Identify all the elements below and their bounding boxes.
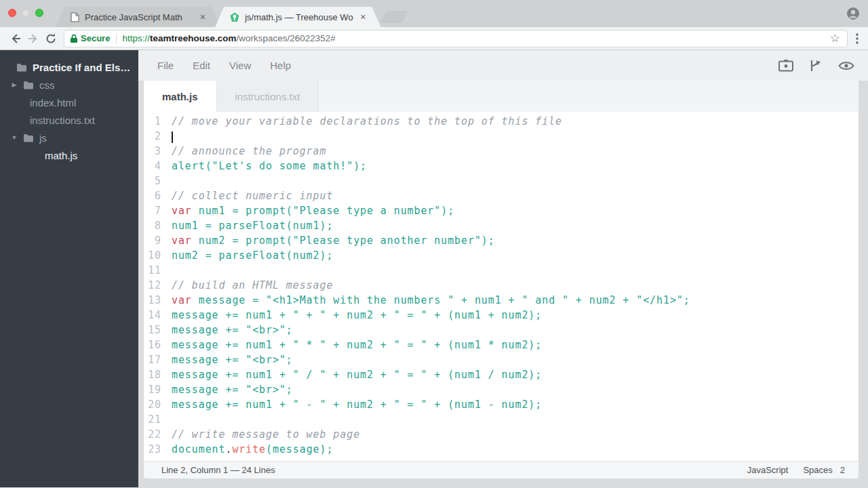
line-content: var message = "<h1>Math with the numbers… [161,294,690,309]
close-tab-icon[interactable]: × [359,12,367,22]
code-token-code: num1 = parseFloat(num1); [172,220,333,232]
code-token-code: num2 = prompt("Please type another numbe… [192,235,495,247]
code-line[interactable]: 16message += num1 + " * " + num2 + " = "… [144,339,859,354]
code-line[interactable]: 7var num1 = prompt("Please type a number… [144,205,859,220]
browser-tabs: Practice JavaScript Math×js/math.js — Tr… [56,7,380,27]
code-line[interactable]: 13var message = "<h1>Math with the numbe… [144,294,859,309]
menu-item-file[interactable]: File [157,60,174,71]
line-number: 11 [144,264,161,279]
code-line[interactable]: 20message += num1 + " - " + num2 + " = "… [144,399,859,413]
line-number: 2 [144,130,161,145]
line-content: document.write(message); [161,443,333,458]
browser-toolbar: Secure https://teamtreehouse.com/workspa… [0,27,868,50]
sidebar-item-css[interactable]: ▶css [0,76,138,94]
code-token-code: document [172,443,225,455]
line-content: message += num1 + " / " + num2 + " = " +… [161,369,542,384]
code-line[interactable]: 21 [144,413,859,428]
line-number: 8 [144,220,161,235]
code-token-code: message += "<br>"; [172,354,293,366]
new-tab-button[interactable] [380,11,409,23]
code-line[interactable]: 17message += "<br>"; [144,354,859,369]
code-line[interactable]: 2 [144,130,859,145]
line-number: 18 [144,369,161,384]
code-line[interactable]: 11 [144,264,859,279]
line-number: 14 [144,309,161,324]
profile-avatar-icon[interactable] [846,7,860,20]
editor-tab-math-js[interactable]: math.js [144,81,216,112]
code-token-code: alert("Let's do some math!"); [172,160,367,172]
snapshot-camera-icon[interactable] [778,59,793,72]
code-token-comment: // write message to web page [172,428,360,441]
line-number: 9 [144,235,161,249]
code-line[interactable]: 14message += num1 + " + " + num2 + " = "… [144,309,859,324]
code-line[interactable]: 1// move your variable declarations to t… [144,115,859,130]
sidebar-item-index-html[interactable]: index.html [0,94,138,111]
minimize-window-button[interactable] [22,9,30,17]
sidebar-item-js[interactable]: ▼js [0,129,138,146]
code-editor[interactable]: 1// move your variable declarations to t… [144,112,859,461]
preview-eye-icon[interactable] [838,60,854,71]
code-line[interactable]: 10num2 = parseFloat(num2); [144,249,859,264]
code-token-kw: var [172,235,192,247]
code-token-code: num2 = parseFloat(num2); [172,249,333,262]
code-line[interactable]: 12// build an HTML message [144,279,859,294]
code-token-fn: write [232,443,266,455]
file-name: instructions.txt [30,115,95,126]
close-window-button[interactable] [8,9,16,17]
fork-icon[interactable] [810,59,822,73]
sidebar-item-math-js[interactable]: math.js [0,146,138,164]
code-token-code: num1 = prompt("Please type a number"); [192,205,454,217]
disclosure-right-icon[interactable]: ▶ [11,81,18,88]
code-line[interactable]: 19message += "<br>"; [144,384,859,399]
code-token-code: message += "<br>"; [172,324,293,336]
code-line[interactable]: 18message += num1 + " / " + num2 + " = "… [144,369,859,384]
line-content: message += "<br>"; [161,384,293,399]
code-line[interactable]: 9var num2 = prompt("Please type another … [144,235,859,249]
url-bar[interactable]: Secure https://teamtreehouse.com/workspa… [64,30,848,47]
forward-button[interactable] [24,30,42,47]
line-number: 4 [144,160,161,175]
code-line[interactable]: 15message += "<br>"; [144,324,859,339]
bookmark-star-icon[interactable]: ☆ [829,31,842,45]
line-content [161,130,173,145]
browser-window: Practice JavaScript Math×js/math.js — Tr… [0,0,868,50]
back-button[interactable] [7,30,24,47]
editor-tab-instructions-txt[interactable]: instructions.txt [216,81,319,112]
line-content: // move your variable declarations to th… [161,115,562,130]
omnibox-divider [116,33,117,44]
indent-selector[interactable]: Spaces 2 [803,465,845,475]
zoom-window-button[interactable] [35,9,43,17]
close-tab-icon[interactable]: × [199,12,207,22]
code-token-code: message += num1 + " / " + num2 + " = " +… [172,369,542,381]
menu-item-view[interactable]: View [229,60,251,71]
reload-button[interactable] [42,30,60,47]
browser-tab[interactable]: js/math.js — Treehouse Works× [215,7,380,27]
code-line[interactable]: 6// collect numeric input [144,190,859,205]
code-line[interactable]: 4alert("Let's do some math!"); [144,160,859,175]
browser-tab[interactable]: Practice JavaScript Math× [56,7,220,27]
code-line[interactable]: 5 [144,175,859,190]
code-token-plain: . [225,443,232,455]
code-token-comment: // move your variable declarations to th… [172,115,562,127]
language-mode-selector[interactable]: JavaScript [747,465,789,475]
file-name: math.js [45,150,77,161]
sidebar-item-instructions-txt[interactable]: instructions.txt [0,111,138,129]
browser-menu-icon[interactable] [853,33,861,45]
code-line[interactable]: 22// write message to web page [144,428,859,443]
folder-name: js [39,132,47,144]
code-token-code: message += "<br>"; [172,384,293,396]
code-line[interactable]: 23document.write(message); [144,443,859,458]
status-right: JavaScript Spaces 2 [747,465,845,475]
window-controls [8,9,43,17]
menu-item-edit[interactable]: Edit [193,60,210,71]
menu-item-help[interactable]: Help [270,60,291,71]
project-root-practice-if-and-els-[interactable]: Practice If and Els… [0,58,138,76]
disclosure-down-icon[interactable]: ▼ [11,134,18,141]
line-number: 13 [144,294,161,309]
indent-label: Spaces [803,465,832,475]
text-cursor [172,131,173,143]
code-line[interactable]: 8num1 = parseFloat(num1); [144,220,859,235]
workspace-panel: FileEditViewHelp math.jsins [138,50,868,487]
code-line[interactable]: 3// announce the program [144,145,859,160]
line-content: // write message to web page [161,428,360,443]
